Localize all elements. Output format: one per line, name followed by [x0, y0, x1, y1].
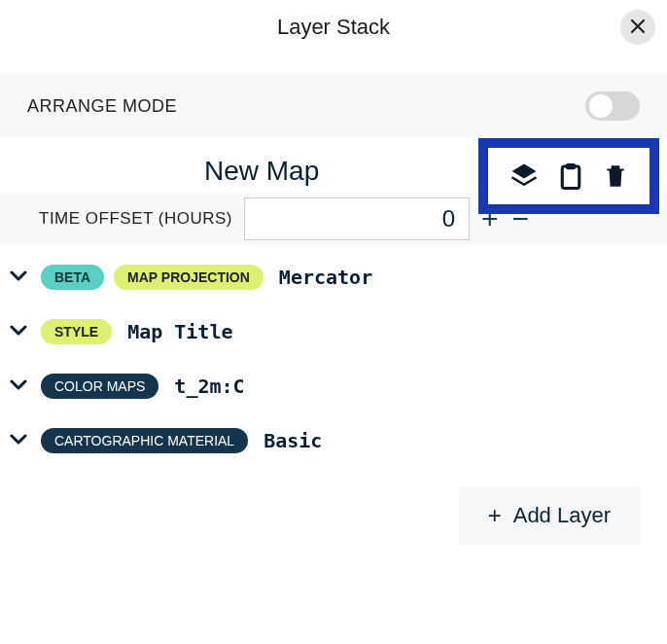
layer-badge[interactable]: BETA: [41, 265, 104, 290]
plus-icon: +: [488, 502, 502, 529]
trash-icon[interactable]: [603, 161, 628, 191]
layer-row: COLOR MAPSt_2m:C: [10, 374, 657, 399]
map-title: New Map: [204, 156, 319, 187]
clipboard-icon[interactable]: [556, 161, 585, 191]
panel-title: Layer Stack: [277, 15, 390, 40]
chevron-down-icon[interactable]: [10, 268, 31, 286]
layer-badge[interactable]: CARTOGRAPHIC MATERIAL: [41, 428, 248, 453]
layer-value: t_2m:C: [174, 375, 244, 398]
layers-list: BETAMAP PROJECTIONMercatorSTYLEMap Title…: [0, 245, 667, 453]
layer-badge[interactable]: COLOR MAPS: [41, 374, 158, 399]
chevron-down-icon[interactable]: [10, 323, 31, 340]
panel-header: Layer Stack: [0, 0, 667, 54]
layer-row: CARTOGRAPHIC MATERIALBasic: [10, 428, 657, 453]
layer-badge[interactable]: MAP PROJECTION: [114, 265, 263, 290]
layer-value: Mercator: [279, 266, 372, 289]
arrange-mode-row: ARRANGE MODE: [0, 74, 667, 138]
add-layer-wrap: + Add Layer: [0, 453, 667, 545]
toggle-knob: [589, 94, 613, 118]
chevron-down-icon[interactable]: [10, 377, 31, 395]
chevron-down-icon[interactable]: [10, 432, 31, 449]
time-offset-input[interactable]: 0: [244, 197, 470, 240]
map-header: New Map: [0, 138, 667, 193]
add-layer-button[interactable]: + Add Layer: [459, 486, 640, 545]
time-offset-value: 0: [442, 205, 455, 233]
layer-row: BETAMAP PROJECTIONMercator: [10, 265, 657, 290]
svg-rect-1: [566, 163, 576, 169]
arrange-mode-toggle[interactable]: [585, 91, 640, 121]
arrange-mode-label: ARRANGE MODE: [27, 96, 177, 117]
layer-value: Basic: [263, 429, 322, 452]
layer-badge[interactable]: STYLE: [41, 319, 112, 344]
close-icon: [630, 17, 646, 39]
layer-value: Map Title: [127, 320, 232, 343]
layer-row: STYLEMap Title: [10, 319, 657, 344]
svg-rect-0: [562, 166, 579, 189]
time-offset-label: TIME OFFSET (HOURS): [39, 209, 232, 229]
layers-icon[interactable]: [509, 161, 539, 191]
map-actions-highlight: [478, 138, 659, 214]
add-layer-label: Add Layer: [513, 503, 611, 528]
close-button[interactable]: [620, 10, 655, 45]
